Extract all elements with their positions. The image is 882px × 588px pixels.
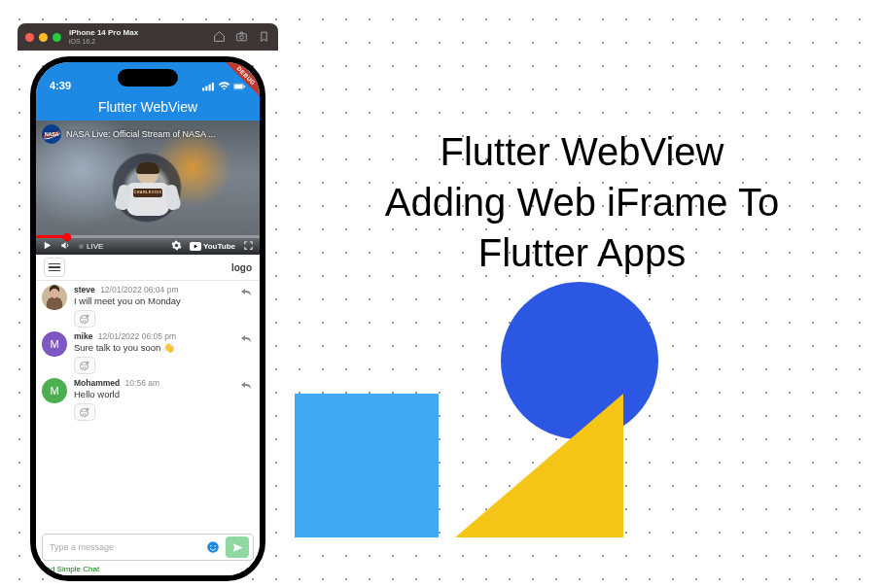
status-time: 4:39 bbox=[50, 80, 71, 91]
window-zoom-button[interactable] bbox=[53, 33, 61, 42]
window-close-button[interactable] bbox=[25, 33, 34, 42]
svg-point-19 bbox=[207, 541, 219, 553]
svg-rect-8 bbox=[244, 86, 245, 87]
svg-point-12 bbox=[86, 318, 87, 319]
reply-icon bbox=[240, 287, 252, 296]
sim-device-label: iPhone 14 Pro Max iOS 16.2 bbox=[69, 29, 213, 45]
sim-home-button[interactable] bbox=[213, 30, 226, 45]
smiley-icon bbox=[206, 540, 220, 554]
svg-point-10 bbox=[81, 316, 88, 324]
message-list[interactable]: steve 12/01/2022 06:04 pm I will meet yo… bbox=[36, 281, 260, 532]
avatar[interactable] bbox=[42, 285, 67, 310]
message-text: I will meet you on Monday bbox=[74, 295, 231, 306]
svg-point-18 bbox=[86, 411, 87, 412]
astronaut-shirt-text: CHARLEVOIX bbox=[133, 189, 162, 197]
sim-titlebar: iPhone 14 Pro Max iOS 16.2 bbox=[18, 23, 278, 51]
avatar[interactable]: M bbox=[42, 378, 67, 403]
app-bar-title: Flutter WebView bbox=[98, 99, 197, 115]
smiley-add-icon bbox=[79, 313, 90, 325]
promo-line-2: Adding Web iFrame To bbox=[292, 177, 872, 227]
chat-header: logo bbox=[36, 255, 260, 281]
chat-logo: logo bbox=[231, 262, 252, 273]
youtube-live-text: LIVE bbox=[87, 242, 103, 251]
youtube-brand-text: YouTube bbox=[203, 242, 235, 251]
message-composer bbox=[42, 534, 254, 561]
svg-point-17 bbox=[83, 411, 84, 412]
decor-triangle bbox=[455, 394, 623, 537]
chat-menu-button[interactable] bbox=[44, 258, 65, 277]
message-sender: Mohammed bbox=[74, 378, 120, 388]
wifi-icon bbox=[218, 82, 230, 91]
svg-point-16 bbox=[81, 409, 88, 417]
svg-rect-4 bbox=[209, 85, 211, 91]
reply-button[interactable] bbox=[238, 378, 254, 392]
youtube-fullscreen-button[interactable] bbox=[243, 240, 254, 253]
menu-icon bbox=[49, 263, 60, 265]
decor-square bbox=[295, 394, 439, 537]
dynamic-island bbox=[118, 69, 178, 86]
youtube-settings-button[interactable] bbox=[171, 240, 182, 253]
svg-point-15 bbox=[86, 364, 87, 365]
send-icon bbox=[231, 541, 244, 554]
youtube-player[interactable]: CHARLEVOIX NASA NASA Live: Official Stre… bbox=[36, 121, 260, 255]
message-sender: mike bbox=[74, 331, 92, 341]
message-input[interactable] bbox=[50, 542, 200, 552]
message-text: Hello world bbox=[74, 389, 231, 399]
camera-icon bbox=[235, 30, 248, 43]
youtube-title-row: NASA NASA Live: Official Stream of NASA … bbox=[42, 124, 215, 144]
message-time: 10:56 am bbox=[125, 378, 159, 388]
fullscreen-icon bbox=[243, 240, 254, 251]
smiley-add-icon bbox=[79, 406, 90, 418]
reply-button[interactable] bbox=[238, 285, 254, 298]
send-button[interactable] bbox=[226, 536, 249, 558]
react-button[interactable] bbox=[74, 403, 95, 421]
youtube-mute-button[interactable] bbox=[60, 240, 71, 253]
chat-panel: logo steve 12/01/2022 06:04 pm I will me… bbox=[36, 255, 260, 575]
svg-point-13 bbox=[81, 363, 88, 370]
smiley-add-icon bbox=[79, 360, 90, 371]
cellular-icon bbox=[202, 82, 215, 91]
ios-simulator-window: iPhone 14 Pro Max iOS 16.2 DEBUG 4:39 bbox=[18, 23, 278, 583]
svg-point-20 bbox=[210, 545, 212, 547]
phone-screen: DEBUG 4:39 Flutter WebView bbox=[36, 62, 260, 575]
home-icon bbox=[213, 30, 226, 43]
reply-icon bbox=[240, 380, 252, 390]
message-item: M mike 12/01/2022 06:05 pm Sure talk to … bbox=[42, 331, 254, 374]
youtube-controls: LIVE YouTube bbox=[36, 238, 260, 255]
svg-point-21 bbox=[214, 545, 216, 547]
message-sender: steve bbox=[74, 285, 95, 294]
svg-rect-7 bbox=[234, 85, 243, 88]
message-time: 12/01/2022 06:05 pm bbox=[98, 331, 176, 341]
promo-line-3: Flutter Apps bbox=[292, 227, 872, 278]
reply-button[interactable] bbox=[238, 331, 254, 345]
youtube-live-indicator[interactable]: LIVE bbox=[79, 242, 103, 251]
svg-rect-3 bbox=[205, 86, 207, 91]
youtube-video-title: NASA Live: Official Stream of NASA ... bbox=[66, 129, 215, 139]
sim-screenshot-button[interactable] bbox=[235, 30, 248, 45]
emoji-button[interactable] bbox=[205, 539, 221, 555]
footer-link[interactable]: ead Simple Chat bbox=[36, 565, 260, 575]
message-text: Sure talk to you soon 👋 bbox=[74, 342, 231, 353]
avatar-initial: M bbox=[50, 338, 58, 350]
react-button[interactable] bbox=[74, 310, 95, 328]
message-time: 12/01/2022 06:04 pm bbox=[100, 285, 178, 294]
sim-device-name: iPhone 14 Pro Max bbox=[69, 29, 213, 38]
message-item: M Mohammed 10:56 am Hello world bbox=[42, 378, 254, 421]
nasa-logo-text: NASA bbox=[45, 131, 58, 137]
volume-icon bbox=[60, 240, 71, 251]
youtube-play-button[interactable] bbox=[42, 240, 53, 253]
app-bar: Flutter WebView bbox=[36, 93, 260, 121]
svg-point-11 bbox=[83, 318, 84, 319]
nasa-logo-icon: NASA bbox=[42, 124, 61, 144]
promo-title: Flutter WebView Adding Web iFrame To Flu… bbox=[292, 126, 872, 278]
svg-rect-0 bbox=[237, 33, 247, 40]
battery-icon bbox=[233, 82, 246, 91]
react-button[interactable] bbox=[74, 357, 95, 374]
gear-icon bbox=[171, 240, 182, 251]
youtube-logo-button[interactable]: YouTube bbox=[190, 242, 235, 251]
sim-bookmark-button[interactable] bbox=[258, 30, 270, 45]
window-minimize-button[interactable] bbox=[39, 33, 48, 42]
window-traffic-lights bbox=[25, 33, 61, 42]
svg-rect-2 bbox=[202, 87, 204, 90]
avatar[interactable]: M bbox=[42, 331, 67, 357]
